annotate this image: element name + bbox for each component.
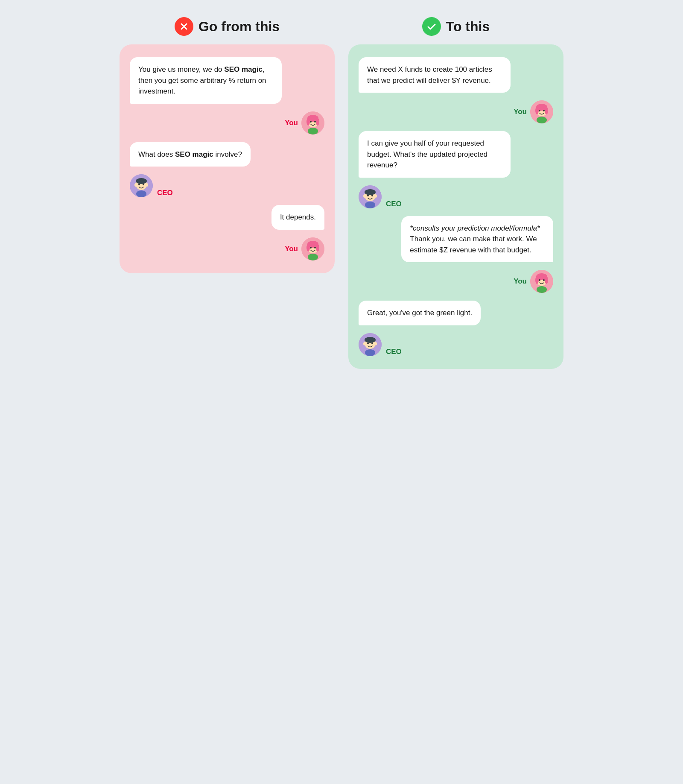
svg-point-46 (545, 276, 548, 284)
svg-point-21 (306, 244, 310, 252)
left-header: Go from this (175, 17, 280, 36)
right-msg-5: *consults your prediction model/formula*… (359, 216, 553, 263)
svg-point-22 (316, 244, 319, 252)
left-msg-6: You (130, 237, 324, 260)
svg-point-47 (539, 279, 540, 281)
svg-point-14 (146, 183, 148, 187)
svg-point-15 (138, 184, 140, 185)
svg-point-5 (306, 118, 310, 126)
bubble-lm5: It depends. (271, 205, 324, 230)
bubble-rm1: We need X funds to create 100 articles t… (359, 57, 511, 93)
ceo-label-rm4: CEO (386, 200, 402, 208)
svg-point-17 (136, 190, 146, 197)
svg-point-31 (539, 110, 540, 111)
you-label-rm2: You (514, 108, 527, 116)
avatar-ceo-rm4 (359, 185, 382, 208)
right-header: To this (422, 17, 490, 36)
page-wrapper: Go from this You give us money, we do SE… (120, 17, 563, 369)
svg-point-37 (363, 194, 366, 198)
left-msg-1: You give us money, we do SEO magic, then… (130, 57, 324, 104)
left-msg-2: You (130, 111, 324, 135)
right-header-text: To this (446, 19, 490, 35)
svg-point-36 (365, 189, 376, 195)
bubble-rm3: I can give you half of your requested bu… (359, 131, 511, 178)
svg-point-24 (314, 247, 316, 249)
svg-point-12 (136, 178, 147, 184)
svg-point-53 (363, 342, 366, 345)
left-header-text: Go from this (198, 19, 280, 35)
right-msg-8: CEO (359, 333, 553, 356)
svg-point-56 (371, 342, 373, 344)
svg-point-40 (371, 195, 373, 196)
you-label-lm6: You (285, 245, 298, 253)
avatar-you-rm6 (530, 270, 553, 293)
avatar-ceo-rm8 (359, 333, 382, 356)
svg-point-55 (367, 342, 369, 344)
bubble-lm1: You give us money, we do SEO magic, then… (130, 57, 282, 104)
right-chat-panel: We need X funds to create 100 articles t… (348, 44, 563, 369)
you-label-rm6: You (514, 277, 527, 286)
svg-point-32 (543, 110, 545, 111)
svg-point-45 (535, 276, 539, 284)
right-msg-3: I can give you half of your requested bu… (359, 131, 553, 178)
right-msg-6: You (359, 270, 553, 293)
left-chat-panel: You give us money, we do SEO magic, then… (120, 44, 335, 273)
svg-point-33 (537, 117, 547, 123)
svg-point-48 (543, 279, 545, 281)
svg-point-7 (310, 121, 312, 123)
left-msg-4: CEO (130, 174, 324, 197)
good-icon (422, 17, 441, 36)
left-msg-5: It depends. (130, 205, 324, 230)
right-msg-2: You (359, 100, 553, 123)
bad-icon (175, 17, 193, 36)
ceo-label-lm4: CEO (157, 189, 173, 197)
svg-point-52 (365, 337, 376, 343)
svg-point-8 (314, 121, 316, 123)
svg-point-13 (134, 183, 137, 187)
avatar-you-rm2 (530, 100, 553, 123)
svg-point-30 (545, 107, 548, 114)
svg-point-6 (316, 118, 319, 126)
left-msg-3: What does SEO magic involve? (130, 142, 324, 167)
left-column: Go from this You give us money, we do SE… (120, 17, 335, 273)
ceo-label-rm8: CEO (386, 348, 402, 356)
right-msg-4: CEO (359, 185, 553, 208)
svg-point-54 (374, 342, 377, 345)
you-label-lm2: You (285, 119, 298, 127)
bubble-lm3: What does SEO magic involve? (130, 142, 251, 167)
svg-point-49 (537, 286, 547, 293)
bubble-rm7: Great, you've got the green light. (359, 301, 481, 325)
avatar-you-lm6 (301, 237, 324, 260)
right-msg-1: We need X funds to create 100 articles t… (359, 57, 553, 93)
columns: Go from this You give us money, we do SE… (120, 17, 563, 369)
avatar-ceo-lm4 (130, 174, 153, 197)
svg-point-41 (365, 202, 375, 208)
svg-point-29 (535, 107, 539, 114)
bubble-rm5: *consults your prediction model/formula*… (401, 216, 553, 263)
svg-point-9 (308, 128, 318, 135)
svg-point-23 (310, 247, 312, 249)
svg-point-39 (367, 195, 369, 196)
svg-point-38 (374, 194, 377, 198)
right-column: To this We need X funds to create 100 ar… (348, 17, 563, 369)
avatar-you-lm2 (301, 111, 324, 135)
svg-point-25 (308, 254, 318, 260)
svg-point-57 (365, 349, 375, 356)
right-msg-7: Great, you've got the green light. (359, 301, 553, 325)
svg-point-16 (143, 184, 144, 185)
